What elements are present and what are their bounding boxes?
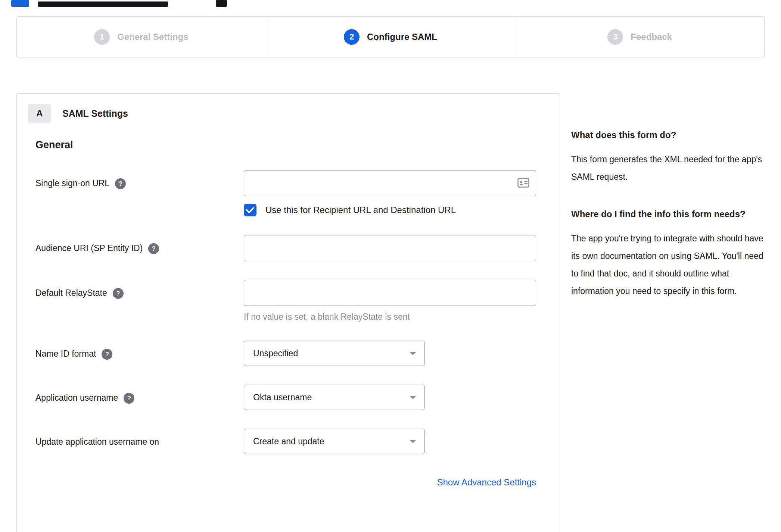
checkmark-icon <box>246 207 254 213</box>
general-section-title: General <box>35 139 536 151</box>
recipient-url-checkbox[interactable] <box>244 204 256 216</box>
app-logo-fragment <box>11 0 29 7</box>
field-control-cell: Okta username <box>244 385 536 410</box>
sidebar-answer-1: This form generates the XML needed for t… <box>571 151 765 186</box>
help-sidebar: What does this form do? This form genera… <box>571 93 765 320</box>
step-label: General Settings <box>117 32 189 42</box>
contact-card-icon <box>517 178 529 188</box>
field-label-cell: Default RelayState <box>35 280 244 322</box>
card-header: A SAML Settings <box>28 104 535 123</box>
step-label: Feedback <box>631 32 672 42</box>
app-username-label: Application username <box>35 392 118 403</box>
settings-icon-fragment <box>216 0 227 7</box>
app-title-fragment <box>38 1 168 7</box>
step-number-badge: 1 <box>94 29 110 45</box>
relaystate-input[interactable] <box>244 280 536 306</box>
field-control-cell: Use this for Recipient URL and Destinati… <box>244 170 536 216</box>
saml-settings-card: A SAML Settings General Single sign-on U… <box>16 93 560 532</box>
field-control-cell: If no value is set, a blank RelayState i… <box>244 280 536 322</box>
form-row-relaystate: Default RelayState If no value is set, a… <box>35 280 536 322</box>
field-control-cell <box>244 235 536 261</box>
sso-url-input-wrap <box>244 170 536 196</box>
form-row-nameid: Name ID format Unspecified <box>35 341 536 366</box>
wizard-stepper: 1 General Settings 2 Configure SAML 3 Fe… <box>16 16 765 57</box>
show-advanced-settings-link[interactable]: Show Advanced Settings <box>437 477 536 487</box>
nameid-format-select[interactable]: Unspecified <box>244 341 425 366</box>
step-number-badge: 3 <box>607 29 623 45</box>
form-row-sso: Single sign-on URL <box>35 170 536 216</box>
nameid-format-value: Unspecified <box>253 348 298 359</box>
help-icon[interactable] <box>124 393 134 404</box>
sidebar-question-2: Where do I find the info this form needs… <box>571 206 765 222</box>
step-number-badge: 2 <box>344 29 360 45</box>
advanced-settings-row: Show Advanced Settings <box>35 477 536 488</box>
field-label-cell: Audience URI (SP Entity ID) <box>35 235 244 261</box>
field-label-cell: Update application username on <box>35 429 244 454</box>
step-general-settings[interactable]: 1 General Settings <box>17 17 266 57</box>
update-username-select[interactable]: Create and update <box>244 429 425 454</box>
sidebar-answer-2: The app you're trying to integrate with … <box>571 230 765 300</box>
step-feedback[interactable]: 3 Feedback <box>515 17 764 57</box>
update-username-value: Create and update <box>253 436 324 447</box>
nameid-format-label: Name ID format <box>35 348 96 359</box>
form-row-update-username: Update application username on Create an… <box>35 429 536 454</box>
audience-uri-label: Audience URI (SP Entity ID) <box>35 243 143 254</box>
card-body: General Single sign-on URL <box>35 139 536 488</box>
app-username-select[interactable]: Okta username <box>244 385 425 410</box>
step-configure-saml[interactable]: 2 Configure SAML <box>266 17 515 57</box>
app-username-value: Okta username <box>253 392 312 403</box>
help-icon[interactable] <box>102 349 112 360</box>
main-layout: A SAML Settings General Single sign-on U… <box>0 93 781 532</box>
step-label: Configure SAML <box>367 32 437 42</box>
sidebar-question-1: What does this form do? <box>571 127 765 143</box>
help-icon[interactable] <box>115 178 126 189</box>
cropped-app-header <box>0 0 781 7</box>
field-control-cell: Unspecified <box>244 341 536 366</box>
sso-checkbox-row: Use this for Recipient URL and Destinati… <box>244 204 536 216</box>
recipient-url-checkbox-label[interactable]: Use this for Recipient URL and Destinati… <box>265 205 456 215</box>
relaystate-label: Default RelayState <box>35 288 107 298</box>
form-row-app-username: Application username Okta username <box>35 385 536 410</box>
field-label-cell: Application username <box>35 385 244 410</box>
sso-url-label: Single sign-on URL <box>35 178 109 189</box>
field-label-cell: Single sign-on URL <box>35 170 244 216</box>
help-icon[interactable] <box>113 288 124 299</box>
section-a-badge: A <box>28 104 51 123</box>
relaystate-helper-text: If no value is set, a blank RelayState i… <box>244 312 536 322</box>
help-icon[interactable] <box>148 243 159 254</box>
field-label-cell: Name ID format <box>35 341 244 366</box>
audience-uri-input[interactable] <box>244 235 536 261</box>
form-row-audience: Audience URI (SP Entity ID) <box>35 235 536 261</box>
card-title: SAML Settings <box>62 108 128 119</box>
sso-url-input[interactable] <box>244 170 536 196</box>
update-username-label: Update application username on <box>35 436 159 447</box>
field-control-cell: Create and update <box>244 429 536 454</box>
